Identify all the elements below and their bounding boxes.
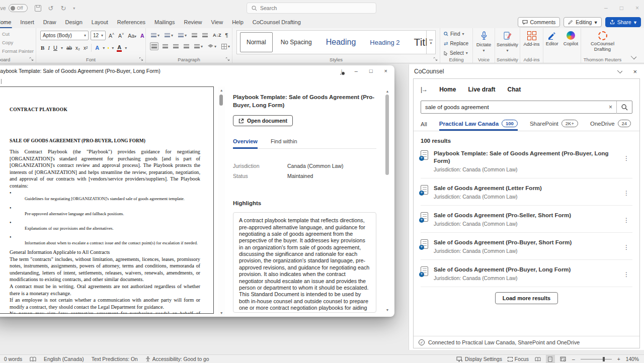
result-title[interactable]: Sale of Goods Agreement (Pro-Buyer, Long… — [434, 266, 571, 273]
redo-icon[interactable]: ↻ — [60, 5, 66, 12]
proofing-book-icon[interactable] — [30, 356, 36, 362]
result-title[interactable]: Sale of Goods Agreement (Pro-Seller, Sho… — [434, 212, 571, 218]
maximize-icon[interactable]: □ — [620, 5, 623, 12]
share-button[interactable]: Share ▾ — [605, 17, 641, 27]
bold-button[interactable]: B — [41, 45, 44, 51]
sort-button[interactable]: A↓Z — [212, 31, 222, 39]
underline-button[interactable]: U — [53, 45, 57, 51]
panel-close-icon[interactable]: × — [633, 68, 637, 75]
open-document-button[interactable]: Open document — [233, 115, 293, 126]
panel-chevron-down-icon[interactable] — [617, 68, 622, 73]
shading-button[interactable]: ▾ — [207, 42, 217, 50]
tab-insert[interactable]: Insert — [16, 16, 39, 28]
style-heading[interactable]: Heading — [320, 32, 362, 52]
line-spacing-button[interactable]: ▾ — [193, 42, 204, 50]
tab-draw[interactable]: Draw — [39, 16, 61, 28]
zoom-slider[interactable] — [581, 359, 612, 359]
display-settings-button[interactable]: Display Settings — [456, 356, 502, 362]
tab-layout[interactable]: Layout — [87, 16, 113, 28]
dictate-button[interactable]: Dictate ▾ — [473, 31, 495, 53]
autosave-toggle[interactable]: AutoSave Off — [0, 4, 28, 12]
tab-cocounsel-drafting[interactable]: CoCounsel Drafting — [248, 16, 305, 28]
grow-font-button[interactable]: A˄ — [108, 32, 115, 39]
language-indicator[interactable]: English (Canada) — [44, 356, 84, 362]
result-more-icon[interactable]: ⋮ — [620, 215, 632, 226]
result-title[interactable]: Sale of Goods Agreement (Pro-Buyer, Shor… — [434, 239, 572, 245]
font-color-button[interactable]: A — [117, 44, 121, 51]
increase-indent-button[interactable] — [201, 31, 209, 39]
result-item[interactable]: + Playbook Template: Sale of Goods Agree… — [421, 144, 632, 178]
clear-search-icon[interactable]: × — [605, 104, 616, 111]
justify-button[interactable] — [183, 42, 190, 50]
tab-view[interactable]: View — [207, 16, 228, 28]
bullets-button[interactable]: ▾ — [150, 31, 160, 39]
subscript-button[interactable]: x₂ — [75, 45, 80, 51]
maximize-icon[interactable]: □ — [369, 68, 373, 74]
app-search-box[interactable] — [247, 3, 376, 14]
result-more-icon[interactable]: ⋮ — [620, 153, 632, 164]
styles-gallery-more-button[interactable]: ▾ — [427, 30, 436, 54]
style-heading2[interactable]: Heading 2 — [364, 32, 406, 52]
editor-button[interactable]: Editor — [546, 31, 558, 63]
cut-button[interactable]: Cut — [0, 30, 36, 38]
word-count[interactable]: 0 words — [4, 356, 22, 362]
clipboard-dialog-launcher-icon[interactable] — [29, 57, 34, 61]
sensitivity-button[interactable]: Sensitivity ▾ — [495, 31, 520, 53]
result-item[interactable]: + Sale of Goods Agreement (Pro-Buyer, Sh… — [421, 233, 632, 260]
scroll-up-icon[interactable]: ▲ — [218, 88, 225, 92]
web-layout-view-icon[interactable] — [559, 356, 567, 362]
align-center-button[interactable] — [162, 42, 169, 50]
strikethrough-button[interactable]: ab — [66, 45, 72, 51]
result-item[interactable]: + Sale of Goods Agreement (Pro-Seller, S… — [421, 206, 632, 233]
multilevel-list-button[interactable]: ▾ — [177, 31, 188, 39]
font-name-select[interactable]: Aptos (Body) ▾ — [40, 31, 89, 40]
result-title[interactable]: Playbook Template: Sale of Goods Agreeme… — [434, 150, 609, 164]
result-item[interactable]: + Sale of Goods Agreement (Letter Form)J… — [421, 178, 632, 206]
superscript-button[interactable]: x² — [84, 45, 88, 51]
accessibility-status[interactable]: Accessibility: Good to go — [145, 356, 209, 362]
replace-button[interactable]: ⇄ Replace — [444, 40, 472, 47]
align-right-button[interactable] — [172, 42, 180, 50]
search-input[interactable] — [260, 5, 361, 11]
nav-chat[interactable]: Chat — [507, 86, 521, 93]
qat-more-icon[interactable]: ▾ — [73, 6, 75, 11]
zoom-level[interactable]: 140% — [626, 356, 639, 362]
tab-find-within[interactable]: Find within — [271, 138, 297, 148]
tab-help[interactable]: Help — [227, 16, 248, 28]
nav-home[interactable]: Home — [439, 86, 456, 93]
filter-all[interactable]: All — [421, 121, 427, 131]
paragraph-dialog-launcher-icon[interactable] — [225, 57, 230, 61]
decrease-indent-button[interactable] — [191, 31, 198, 39]
result-item[interactable]: + Sale of Goods Agreement (Pro-Buyer, Lo… — [421, 260, 632, 287]
tab-design[interactable]: Design — [61, 16, 87, 28]
tab-home[interactable]: Home — [0, 16, 16, 28]
tab-mailings[interactable]: Mailings — [150, 16, 179, 28]
download-icon[interactable]: ↓ — [340, 68, 343, 74]
zoom-out-icon[interactable]: – — [572, 356, 575, 362]
tab-overview[interactable]: Overview — [233, 138, 258, 148]
copy-button[interactable]: Copy — [0, 38, 36, 47]
result-more-icon[interactable]: ⋮ — [620, 242, 632, 253]
scrollbar-thumb[interactable] — [219, 95, 223, 106]
filter-sharepoint[interactable]: SharePoint 2K+ — [530, 120, 578, 131]
text-effects-button[interactable]: A — [95, 45, 99, 51]
select-button[interactable]: Select ▾ — [444, 49, 472, 57]
scroll-down-icon[interactable]: ▼ — [218, 311, 225, 315]
save-icon[interactable] — [35, 5, 41, 12]
print-layout-view-icon[interactable] — [547, 356, 554, 362]
style-normal[interactable]: Normal — [240, 32, 273, 52]
result-more-icon[interactable]: ⋮ — [620, 269, 632, 280]
search-submit-button[interactable] — [617, 104, 632, 111]
minimize-icon[interactable]: – — [604, 5, 608, 12]
find-button[interactable]: Find ▾ — [444, 30, 472, 38]
italic-button[interactable]: I — [48, 45, 50, 51]
borders-button[interactable]: ▾ — [220, 42, 231, 50]
collapse-panel-icon[interactable]: |→ — [421, 86, 427, 93]
close-icon[interactable]: × — [384, 68, 387, 74]
text-predictions-indicator[interactable]: Text Predictions: On — [92, 356, 138, 362]
document-page[interactable]: CONTRACT PLAYBOOK SALE OF GOODS AGREEMEN… — [0, 86, 214, 314]
align-left-button[interactable] — [150, 42, 158, 50]
styles-dialog-launcher-icon[interactable] — [433, 57, 438, 61]
clear-formatting-button[interactable]: A — [139, 33, 145, 39]
change-case-button[interactable]: Aa▾ — [127, 33, 137, 39]
